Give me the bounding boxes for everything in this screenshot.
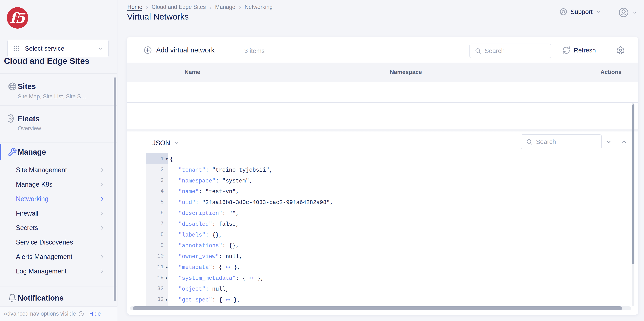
wrench-icon [8, 147, 17, 157]
chevron-separator-icon [239, 4, 241, 11]
horizontal-scrollbar-thumb[interactable] [133, 306, 622, 310]
expand-toggle-icon[interactable]: ▸ [164, 261, 169, 272]
collapse-toggle-icon[interactable]: ▾ [164, 153, 169, 164]
chevron-right-icon [100, 182, 105, 187]
page-title: Virtual Networks [127, 12, 189, 22]
column-header-name: Name [184, 69, 200, 75]
advanced-nav-text: Advanced nav options visible [4, 310, 76, 317]
json-line: 2"tenant": "treino-tyjcbsii", [127, 164, 629, 175]
sidebar-item-secrets[interactable]: Secrets [16, 224, 38, 232]
user-menu[interactable] [618, 7, 638, 18]
table-row[interactable]: public shared [127, 82, 638, 102]
json-line: 5"uid": "2faa16b8-3d0c-4033-bac2-99fa642… [127, 197, 629, 207]
breadcrumb-home[interactable]: Home [128, 4, 142, 10]
divider [0, 286, 118, 286]
breadcrumb-cloud-edge-sites[interactable]: Cloud and Edge Sites [152, 4, 206, 10]
select-service-label: Select service [25, 45, 98, 52]
collapsed-object-icon[interactable]: ↔ [249, 274, 254, 281]
chevron-right-icon [100, 254, 105, 259]
sidebar-scrollbar[interactable] [114, 77, 116, 301]
json-line: 11▸"metadata": { ↔ }, [127, 261, 629, 272]
sidebar-item-service-discoveries[interactable]: Service Discoveries [16, 238, 73, 246]
collapsed-object-icon[interactable]: ↔ [226, 296, 230, 303]
add-virtual-network-button[interactable]: Add virtual network [144, 46, 214, 55]
chevron-up-icon[interactable] [621, 138, 628, 146]
breadcrumb-manage[interactable]: Manage [215, 4, 235, 10]
table-row[interactable]: test-vn system [127, 103, 638, 130]
active-section-indicator [0, 144, 1, 160]
sidebar-footer: Advanced nav options visible ? Hide [0, 306, 118, 321]
chevron-right-icon [100, 167, 105, 173]
sidebar-item-alerts-management[interactable]: Alerts Management [16, 253, 72, 261]
chevron-right-icon [100, 225, 105, 231]
sidebar: f5 Select service Cloud and Edge Sites S… [0, 0, 118, 321]
format-selector[interactable]: JSON [152, 139, 179, 147]
support-label: Support [570, 8, 593, 15]
sidebar-item-label: Fleets [18, 115, 40, 123]
breadcrumb-networking: Networking [245, 4, 273, 10]
sidebar-item-networking[interactable]: Networking [16, 195, 48, 203]
divider [0, 142, 118, 143]
gear-icon[interactable] [616, 46, 625, 55]
chevron-down-icon [632, 10, 638, 15]
column-header-actions: Actions [600, 69, 622, 75]
json-line: 32"object": null, [127, 283, 629, 294]
chevron-down-icon [98, 46, 103, 51]
collapsed-object-icon[interactable]: ↔ [226, 264, 230, 270]
sidebar-item-site-management[interactable]: Site Management [16, 166, 67, 174]
refresh-button[interactable]: Refresh [562, 46, 596, 55]
grid-icon [13, 45, 20, 52]
select-service-dropdown[interactable]: Select service [7, 40, 109, 57]
json-line: 1▾{ [127, 153, 629, 164]
json-search-input[interactable]: Search [521, 134, 602, 149]
expand-toggle-icon[interactable]: ▸ [164, 272, 169, 283]
json-viewer: JSON Search 1▾{ 2"tenant": "treino-tyjcb… [127, 130, 638, 306]
chevron-down-icon [174, 140, 179, 146]
json-line: 7"disabled": false, [127, 218, 629, 229]
json-line: 4"name": "test-vn", [127, 186, 629, 197]
breadcrumb: Home Cloud and Edge Sites Manage Network… [128, 3, 273, 11]
sidebar-item-label: Notifications [18, 294, 64, 302]
table-header: Name Namespace Actions [127, 63, 638, 82]
virtual-networks-card: Add virtual network 3 items Search Refre… [127, 37, 638, 315]
globe-icon [8, 82, 17, 91]
refresh-icon [562, 46, 570, 55]
json-line: 8"labels": {}, [127, 229, 629, 240]
chevron-separator-icon [210, 4, 212, 11]
table-search-input[interactable]: Search [470, 44, 551, 58]
search-icon [474, 47, 481, 54]
plus-circle-icon [144, 46, 152, 55]
vertical-scrollbar-thumb[interactable] [632, 104, 634, 264]
avatar-icon [618, 7, 629, 18]
chevron-right-icon [100, 196, 105, 202]
sidebar-item-firewall[interactable]: Firewall [16, 209, 38, 217]
items-count: 3 items [244, 47, 265, 55]
sidebar-item-subtitle: Overview [18, 125, 41, 132]
json-line: 10"owner_view": null, [127, 251, 629, 261]
chevron-separator-icon [146, 4, 148, 11]
json-line: 6"description": "", [127, 207, 629, 218]
sidebar-item-label: Manage [18, 148, 46, 156]
search-placeholder: Search [485, 47, 505, 55]
bell-icon [8, 293, 17, 303]
product-title: Cloud and Edge Sites [4, 56, 90, 66]
chevron-right-icon [100, 211, 105, 216]
chevron-down-icon[interactable] [605, 138, 612, 146]
fleets-icon [8, 114, 17, 123]
json-line: 9"annotations": {}, [127, 240, 629, 251]
divider [0, 105, 118, 106]
search-icon [526, 138, 533, 145]
svg-text:?: ? [80, 312, 82, 315]
hide-link[interactable]: Hide [89, 310, 101, 317]
search-placeholder: Search [536, 138, 556, 145]
json-line: 19▸"system_metadata": { ↔ }, [127, 272, 629, 283]
chevron-down-icon [596, 9, 601, 15]
help-circle-icon[interactable]: ? [78, 311, 84, 317]
expand-toggle-icon[interactable]: ▸ [164, 294, 169, 305]
json-code-area[interactable]: 1▾{ 2"tenant": "treino-tyjcbsii", 3"name… [127, 152, 631, 306]
f5-logo[interactable]: f5 [7, 7, 28, 29]
sidebar-item-manage-k8s[interactable]: Manage K8s [16, 180, 52, 188]
support-menu[interactable]: Support [559, 8, 601, 16]
sidebar-item-log-management[interactable]: Log Management [16, 267, 66, 275]
json-line: 33▸"get_spec": { ↔ }, [127, 294, 629, 305]
